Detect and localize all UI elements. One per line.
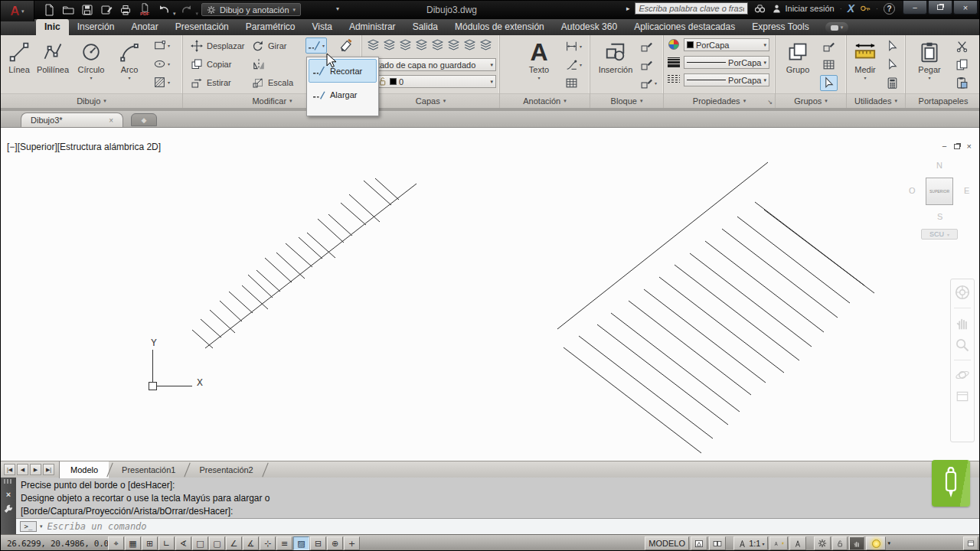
- restore-button[interactable]: [928, 1, 952, 15]
- redo-dropdown-icon[interactable]: ▾: [196, 11, 199, 17]
- help-button[interactable]: ?: [884, 3, 895, 15]
- left-trimmed-line-2[interactable]: [210, 310, 235, 333]
- viewcube-east[interactable]: E: [964, 186, 969, 195]
- measure-tool-button[interactable]: Medir▾: [848, 37, 882, 92]
- workspace-switcher[interactable]: Dibujo y anotación ▾: [201, 3, 301, 16]
- minimize-button[interactable]: −: [903, 1, 927, 15]
- ribbon-tab-vista[interactable]: Vista: [303, 19, 340, 35]
- quick-properties-toggle[interactable]: ⊟: [310, 536, 326, 550]
- zoom-icon[interactable]: [955, 337, 970, 353]
- ribbon-tab-administrar[interactable]: Administrar: [341, 19, 404, 35]
- workspace-switch-button[interactable]: [814, 536, 831, 550]
- layer-freeze-button[interactable]: [462, 37, 477, 53]
- circle-flyout-icon[interactable]: ▾: [90, 75, 92, 80]
- command-input[interactable]: [46, 520, 977, 533]
- ribbon-tab-aplicaciones-destacadas[interactable]: Aplicaciones destacadas: [626, 19, 743, 35]
- pan-hand-icon[interactable]: [955, 315, 970, 331]
- paste-special-button[interactable]: [953, 75, 971, 91]
- viewport-view-control[interactable]: [Superior]: [18, 142, 57, 152]
- insert-block-button[interactable]: Inserción: [596, 37, 635, 92]
- 3d-object-snap-toggle[interactable]: ▢: [209, 536, 225, 550]
- trim-flyout-icon[interactable]: ▾: [322, 43, 325, 48]
- rotate-tool-button[interactable]: Girar: [250, 37, 288, 54]
- hatch-tool-button[interactable]: ▾: [151, 74, 172, 90]
- left-trimmed-line-16[interactable]: [349, 194, 380, 222]
- layout-tab-button[interactable]: [709, 536, 726, 550]
- left-trimmed-line-13[interactable]: [318, 219, 344, 243]
- layer-change-to-current-button[interactable]: [398, 37, 413, 53]
- ellipse-tool-button[interactable]: ▾: [151, 56, 172, 72]
- line-tool-button[interactable]: Línea: [2, 37, 36, 92]
- left-trimmed-line-14[interactable]: [328, 214, 352, 236]
- new-file-tab-button[interactable]: ◆: [131, 113, 157, 126]
- panel-title-propiedades[interactable]: Propiedades▾: [664, 93, 775, 108]
- viewport-minimize-icon[interactable]: −: [942, 142, 946, 151]
- cut-button[interactable]: [953, 38, 971, 54]
- erase-tool-button[interactable]: [336, 37, 355, 54]
- annotation-autoscale-button[interactable]: [789, 536, 806, 550]
- left-trimmed-line-7[interactable]: [256, 270, 280, 292]
- leader-tool-button[interactable]: ▾: [563, 57, 584, 73]
- arc-tool-button[interactable]: Arco▾: [113, 37, 146, 92]
- layer-state-dropdown[interactable]: Estado de capa no guardado▾: [364, 58, 496, 71]
- viewcube-north[interactable]: N: [936, 161, 942, 170]
- layer-unisolate-button[interactable]: [446, 37, 461, 53]
- group-tool-button[interactable]: Grupo: [780, 37, 815, 92]
- steering-wheel-icon[interactable]: [954, 284, 971, 301]
- search-binoculars-icon[interactable]: [753, 3, 766, 15]
- exchange-apps-button[interactable]: X: [848, 2, 854, 15]
- qat-customize-button[interactable]: ▾: [336, 5, 339, 12]
- layout-nav-0[interactable]: |◀: [4, 464, 15, 475]
- left-trimmed-line-8[interactable]: [265, 258, 292, 282]
- a360-sync-badge[interactable]: ▾: [825, 22, 849, 33]
- snap-mode-toggle[interactable]: ▦: [125, 536, 141, 550]
- stretch-tool-button[interactable]: Estirar: [189, 74, 233, 91]
- left-trimmed-line-1[interactable]: [201, 319, 221, 337]
- mirror-tool-button[interactable]: [250, 56, 267, 73]
- close-button[interactable]: ×: [953, 1, 978, 15]
- panel-title-capas[interactable]: Capas▾: [362, 93, 499, 108]
- layer-properties-button[interactable]: [366, 37, 381, 53]
- annotation-visibility-button[interactable]: [769, 536, 788, 550]
- object-snap-toggle[interactable]: □: [192, 536, 208, 550]
- panel-title-portapapeles[interactable]: Portapapeles: [906, 93, 980, 108]
- menu-item-recortar[interactable]: Recortar: [309, 59, 377, 83]
- layer-dropdown[interactable]: ☀ 0 ▾: [364, 75, 496, 88]
- object-snap-tracking-toggle[interactable]: ∠: [226, 536, 242, 550]
- undo-dropdown-icon[interactable]: ▾: [173, 11, 176, 17]
- right-untrimmed-line-9[interactable]: [705, 241, 824, 332]
- show-transparency-toggle[interactable]: ▨: [293, 536, 309, 550]
- drawing-canvas[interactable]: Y X [−] [Superior] [Estructura alámbrica…: [1, 127, 980, 461]
- layer-match-button[interactable]: [382, 37, 397, 53]
- left-trimmed-line-10[interactable]: [286, 243, 312, 267]
- coordinates-readout[interactable]: 26.6299, 20.4986, 0.0000: [7, 539, 123, 549]
- right-untrimmed-line-5[interactable]: [644, 289, 766, 383]
- group-selection-toggle-button[interactable]: [820, 75, 838, 91]
- panel-title-anotacion[interactable]: Anotación▾: [500, 93, 590, 108]
- showmotion-icon[interactable]: [956, 390, 969, 403]
- ui-lock-button[interactable]: [832, 536, 848, 550]
- annotation-monitor-toggle[interactable]: +: [344, 536, 360, 550]
- left-trimmed-line-0[interactable]: [192, 330, 213, 348]
- layer-isolate-button[interactable]: [430, 37, 445, 53]
- right-untrimmed-line-3[interactable]: [611, 313, 740, 412]
- right-untrimmed-line-11[interactable]: [737, 217, 850, 303]
- edit-block-button[interactable]: [638, 57, 655, 73]
- annotation-scale-button[interactable]: 1:1▾: [733, 536, 768, 550]
- trim-split-button[interactable]: ▾: [305, 37, 327, 54]
- infer-constraints-toggle[interactable]: ⌖: [108, 536, 124, 550]
- file-tab-dibujo3[interactable]: Dibujo3*×: [21, 112, 123, 127]
- left-trimmed-line-5[interactable]: [242, 285, 268, 309]
- copy-clip-button[interactable]: [953, 57, 971, 73]
- panel-title-utilidades[interactable]: Utilidades▾: [847, 93, 905, 108]
- ribbon-tab-autodesk-360[interactable]: Autodesk 360: [553, 19, 626, 35]
- viewcube[interactable]: N O E S SUPERIOR SCU▾: [907, 158, 976, 246]
- ribbon-tab-paramétrico[interactable]: Paramétrico: [237, 19, 304, 35]
- polyline-tool-button[interactable]: Polilínea: [36, 37, 70, 92]
- model-tab-button[interactable]: [691, 536, 707, 550]
- show-lineweight-toggle[interactable]: ≡: [276, 536, 292, 550]
- layout-nav-1[interactable]: ◀: [17, 464, 28, 475]
- new-drawing-button[interactable]: [41, 2, 57, 17]
- license-key-icon[interactable]: [860, 3, 871, 14]
- right-untrimmed-line-4[interactable]: [629, 301, 751, 395]
